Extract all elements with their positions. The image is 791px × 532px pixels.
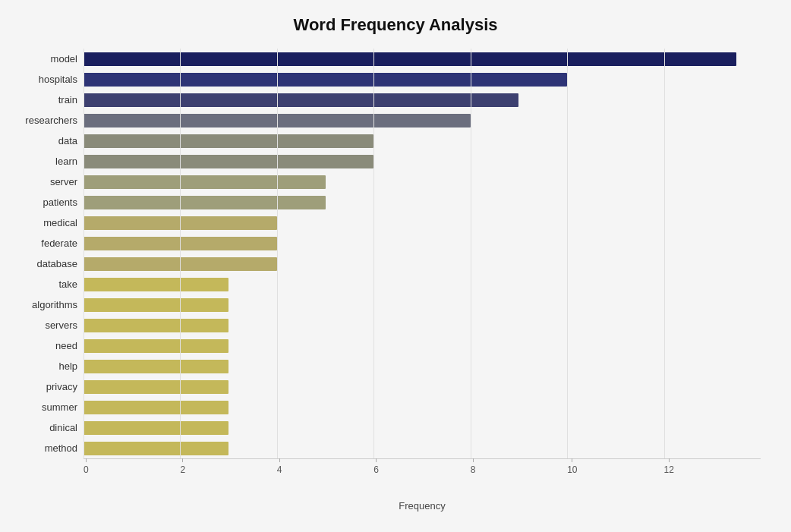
x-tick: 6 [373, 458, 379, 475]
bar [84, 401, 228, 414]
bar-row: privacy [84, 379, 761, 395]
bar-row: dinical [84, 420, 761, 436]
bar-row: summer [84, 399, 761, 416]
bar-label: dinical [11, 422, 84, 433]
x-tick-value: 10 [567, 464, 577, 475]
x-tick-line [279, 458, 280, 462]
bar-label: servers [11, 320, 84, 331]
bar [84, 319, 228, 332]
bar-label: server [11, 176, 84, 187]
bar-row: server [84, 174, 761, 190]
bar-label: researchers [11, 115, 84, 126]
bar [84, 155, 373, 168]
x-axis-label: Frequency [399, 500, 445, 512]
bar-row: medical [84, 215, 761, 231]
bar-row: federate [84, 235, 761, 252]
bar-row: database [84, 256, 761, 272]
bar [84, 114, 471, 127]
bar [84, 380, 228, 394]
x-tick-line [182, 458, 183, 462]
bar-label: privacy [11, 381, 84, 392]
x-tick-value: 12 [664, 464, 674, 475]
bar-row: patients [84, 194, 761, 211]
bar-label: learn [11, 156, 84, 167]
bar-label: summer [11, 401, 84, 413]
bar [84, 278, 228, 291]
bar [84, 257, 277, 271]
bar [84, 196, 326, 209]
bar [84, 298, 228, 312]
bar-row: servers [84, 317, 761, 334]
bar-label: train [11, 94, 84, 105]
x-tick-value: 8 [471, 464, 476, 475]
bar-row: train [84, 92, 761, 109]
bar-label: need [11, 340, 84, 351]
bar-row: hospitals [84, 71, 761, 88]
bar-label: patients [11, 197, 84, 208]
bar-row: learn [84, 153, 761, 170]
bar [84, 52, 736, 66]
x-tick-line [572, 458, 572, 462]
x-tick: 4 [277, 458, 282, 475]
bar [84, 216, 277, 230]
x-tick-value: 6 [373, 464, 379, 475]
bar-label: algorithms [11, 299, 84, 310]
bar-label: federate [11, 238, 84, 249]
chart-container: Word Frequency Analysis modelhospitalstr… [0, 0, 791, 532]
bar [84, 339, 228, 353]
chart-title: Word Frequency Analysis [30, 15, 761, 35]
bar-label: model [11, 53, 84, 65]
x-tick: 0 [84, 458, 89, 475]
x-tick-value: 2 [180, 464, 185, 475]
bars-wrapper: modelhospitalstrainresearchersdatalearns… [84, 49, 761, 458]
bar [84, 442, 228, 455]
bar-row: help [84, 358, 761, 375]
bar [84, 175, 326, 189]
bar-label: help [11, 360, 84, 372]
bar-row: take [84, 276, 761, 293]
bar-row: need [84, 338, 761, 354]
bar-label: method [11, 442, 84, 454]
x-tick: 2 [180, 458, 185, 475]
bar [84, 73, 567, 87]
bar-label: medical [11, 217, 84, 228]
chart-area: modelhospitalstrainresearchersdatalearns… [84, 49, 761, 489]
x-tick-value: 0 [84, 464, 89, 475]
x-axis: 024681012 Frequency [84, 458, 761, 489]
bar [84, 93, 518, 107]
x-tick: 12 [664, 458, 674, 475]
bar [84, 134, 373, 148]
x-tick: 10 [567, 458, 577, 475]
x-tick-line [376, 458, 377, 462]
bar-label: hospitals [11, 74, 84, 85]
x-tick-line [669, 458, 670, 462]
bar-row: data [84, 133, 761, 150]
x-tick-line [86, 458, 87, 462]
bar [84, 237, 277, 250]
bar-label: take [11, 279, 84, 290]
x-tick-line [473, 458, 474, 462]
bar-row: researchers [84, 112, 761, 129]
bar-row: model [84, 51, 761, 68]
bar-label: database [11, 258, 84, 269]
bar [84, 421, 228, 435]
x-tick: 8 [471, 458, 476, 475]
bar-label: data [11, 135, 84, 146]
bar [84, 360, 228, 373]
bar-row: method [84, 440, 761, 457]
bar-row: algorithms [84, 297, 761, 313]
x-tick-value: 4 [277, 464, 282, 475]
